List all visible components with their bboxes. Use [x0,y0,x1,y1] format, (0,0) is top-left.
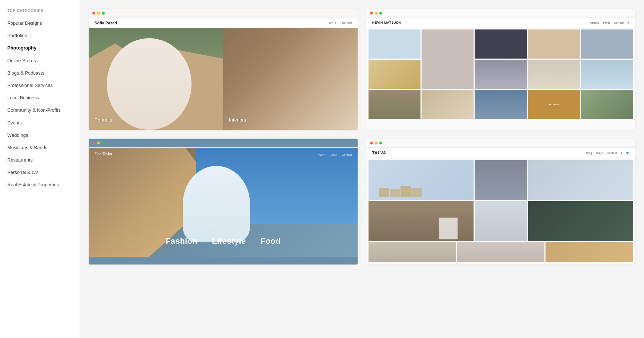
sidebar-section-title: TOP CATEGORIES [0,6,80,17]
kevin-photo-12 [475,90,527,119]
sidebar-item-photography[interactable]: Photography [0,42,80,54]
sofia-right-bg [223,28,358,130]
sidebar-item-weddings[interactable]: Weddings [0,129,80,142]
sidebar-item-restaurants[interactable]: Restaurants [0,154,80,166]
kevin-photo-14 [581,90,633,119]
zion-nav-contact: Contact [342,153,352,156]
sofia-left-label: Portraits [94,117,112,123]
kevin-photo-9 [581,60,633,89]
browser-dot-yellow [375,142,378,144]
sidebar: TOP CATEGORIES Popular Designs Portfolio… [0,0,80,338]
talva-photo-mountains [475,160,527,200]
kevin-nav-icon: ● [628,21,629,24]
talva-photo-area [366,158,635,265]
talva-photo-horses [369,160,474,200]
browser-dot-red [92,12,95,15]
zion-label-lifestyle: Lifestyle [212,236,246,246]
talva-horses-detail [379,185,463,197]
talva-row-2 [369,201,633,241]
kevin-photo-11 [422,90,474,119]
kevin-photo-5 [581,29,633,59]
sofia-figure [102,38,196,130]
template-grid: Sofia Pazari Work Contact Portraits Inte… [89,9,635,265]
kevin-photo-7 [475,60,527,89]
zion-label-fashion: Fashion [166,236,197,246]
zion-label-food: Food [261,236,281,246]
browser-dot-green [102,12,105,15]
sidebar-item-local-business[interactable]: Local Business [0,92,80,104]
sidebar-item-portfolios[interactable]: Portfolios [0,29,80,42]
main-content: Sofia Pazari Work Contact Portraits Inte… [80,0,644,338]
template-card-kevin-matsuda[interactable]: KEVIN MATSUDA Portfolio Prints Contact ● [366,9,635,130]
sofia-site-name: Sofia Pazari [94,21,117,25]
browser-dot-green [379,142,382,144]
sofia-nav-work: Work [329,21,336,25]
sidebar-item-popular-designs[interactable]: Popular Designs [0,17,80,29]
browser-dot-yellow [375,12,378,15]
talva-row-3 [369,242,633,262]
zion-nav-work: Work [318,153,325,156]
browser-dot-yellow [97,142,100,144]
kevin-photo-4 [528,29,580,59]
zion-site-name: Zion Taylor [94,152,112,156]
zion-background: Fashion Lifestyle Food [89,148,358,257]
talva-photo-bottom-3 [546,242,633,262]
template-card-talva[interactable]: TALVA Blog About Contact ● 🐦 [366,139,635,265]
kevin-nav-prints: Prints [603,21,610,24]
sofia-nav: Sofia Pazari Work Contact [89,18,358,28]
template-card-sofia-pazari[interactable]: Sofia Pazari Work Contact Portraits Inte… [89,9,358,130]
template-card-zion-taylor[interactable]: Zion Taylor Work About Contact Fashion L… [89,139,358,265]
kevin-photo-8 [528,60,580,89]
sidebar-item-blogs-podcasts[interactable]: Blogs & Podcasts [0,67,80,79]
kevin-photo-1 [369,29,420,59]
talva-nav-icon1: ● [620,151,622,155]
kevin-photo-grid [366,27,635,122]
browser-dot-green [379,12,382,15]
browser-bar-talva [366,139,635,148]
zion-inner: Zion Taylor Work About Contact Fashion L… [89,148,358,257]
kevin-photo-2 [422,29,474,89]
browser-dot-green [102,142,105,144]
sidebar-item-real-estate[interactable]: Real Estate & Properties [0,179,80,191]
talva-photo-bottom-1 [369,242,456,262]
sidebar-item-musicians-bands[interactable]: Musicians & Bands [0,142,80,154]
talva-photo-forest-lake [528,201,633,241]
sofia-nav-contact: Contact [341,21,352,25]
browser-bar-zion [89,139,358,148]
talva-photo-mist [475,201,527,241]
browser-bar-sofia [89,9,358,18]
browser-dot-red [370,142,373,144]
zion-nav-links: Work About Contact [315,151,352,157]
sofia-images-row: Portraits Interiors [89,28,358,130]
talva-row-1 [369,160,633,200]
talva-photo-bottom-2 [457,242,545,262]
talva-photo-field [369,201,474,241]
sidebar-item-events[interactable]: Events [0,117,80,129]
sidebar-item-personal-cv[interactable]: Personal & CV [0,166,80,179]
kevin-nav-contact: Contact [614,21,624,24]
kevin-site-name: KEVIN MATSUDA [372,21,401,24]
talva-nav-contact: Contact [607,151,617,155]
kevin-photo-3 [475,29,527,59]
talva-nav-icon2: 🐦 [626,151,629,155]
sidebar-item-online-stores[interactable]: Online Stores [0,55,80,67]
talva-nav: TALVA Blog About Contact ● 🐦 [366,148,635,158]
talva-nav-blog: Blog [586,151,592,155]
kevin-photo-10 [369,90,420,119]
zion-nav: Zion Taylor Work About Contact [89,148,358,160]
kevin-photo-13 [528,90,580,119]
talva-photo-pier [528,160,633,200]
sofia-right-label: Interiors [229,117,246,123]
sofia-nav-links: Work Contact [329,21,352,25]
zion-nav-about: About [330,153,337,156]
sofia-img-left: Portraits [89,28,223,130]
zion-figure [183,166,250,242]
browser-dot-red [92,142,95,144]
sidebar-item-community-nonprofits[interactable]: Community & Non-Profits [0,104,80,116]
talva-site-name: TALVA [372,151,386,155]
kevin-photo-6 [369,60,420,89]
sidebar-item-professional-services[interactable]: Professional Services [0,79,80,92]
zion-category-labels: Fashion Lifestyle Food [89,236,358,246]
sofia-img-right: Interiors [223,28,358,130]
talva-nav-about: About [596,151,603,155]
